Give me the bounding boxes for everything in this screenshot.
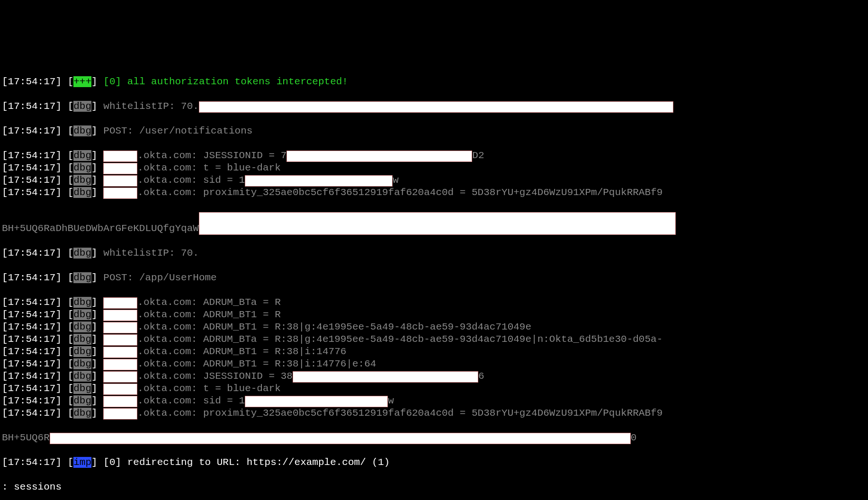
log-line: [17:54:17] [dbg] .okta.com: ADRUM_BT1 = … — [2, 358, 376, 369]
log-line: [17:54:17] [imp] [0] redirecting to URL:… — [2, 457, 390, 468]
log-line: [17:54:17] [dbg] .okta.com: ADRUM_BT1 = … — [2, 321, 531, 332]
log-line: [17:54:17] [dbg] POST: /app/UserHome — [2, 272, 217, 283]
log-line: [17:54:17] [dbg] POST: /user/notificatio… — [2, 125, 252, 136]
terminal-output: [17:54:17] [+++] [0] all authorization t… — [0, 49, 868, 500]
redacted-cookie — [245, 396, 388, 407]
log-line: [17:54:17] [dbg] .okta.com: JSESSIONID =… — [2, 371, 484, 382]
plus-tag: +++ — [73, 76, 91, 87]
log-line: BH+5UQ6RaDhBUeDWbArGFeKDLUQfgYqaW — [2, 223, 676, 234]
log-line: [17:54:17] [dbg] .okta.com: sid = 1w — [2, 175, 399, 186]
log-line: [17:54:17] [dbg] .okta.com: JSESSIONID =… — [2, 150, 484, 161]
redacted-ip — [199, 101, 673, 113]
log-line: [17:54:17] [dbg] .okta.com: ADRUM_BT1 = … — [2, 346, 346, 357]
redacted-cookie — [293, 371, 478, 383]
dbg-tag: dbg — [73, 101, 91, 112]
prompt-line[interactable]: : sessions — [2, 482, 62, 492]
log-line: [17:54:17] [dbg] whitelistIP: 70. — [2, 248, 199, 259]
log-line: [17:54:17] [dbg] .okta.com: ADRUM_BTa = … — [2, 297, 281, 308]
log-line: [17:54:17] [dbg] .okta.com: ADRUM_BTa = … — [2, 334, 662, 345]
redacted-subdomain — [103, 151, 137, 162]
redacted-long — [199, 212, 676, 235]
log-line: [17:54:17] [dbg] whitelistIP: 70. — [2, 101, 673, 112]
redacted-cookie — [245, 175, 393, 187]
log-line: [17:54:17] [dbg] .okta.com: sid = 1w — [2, 395, 394, 406]
log-line: [17:54:17] [+++] [0] all authorization t… — [2, 76, 348, 87]
redacted-cookie — [286, 151, 472, 162]
redacted-long — [50, 433, 631, 444]
log-line: [17:54:17] [dbg] .okta.com: t = blue-dar… — [2, 162, 281, 173]
log-line: [17:54:17] [dbg] .okta.com: t = blue-dar… — [2, 383, 281, 394]
log-line: [17:54:17] [dbg] .okta.com: proximity_32… — [2, 408, 662, 419]
log-line: [17:54:17] [dbg] .okta.com: ADRUM_BT1 = … — [2, 309, 281, 320]
log-line: BH+5UQ6R0 — [2, 432, 636, 443]
imp-tag: imp — [73, 457, 91, 468]
log-line: [17:54:17] [dbg] .okta.com: proximity_32… — [2, 187, 662, 198]
